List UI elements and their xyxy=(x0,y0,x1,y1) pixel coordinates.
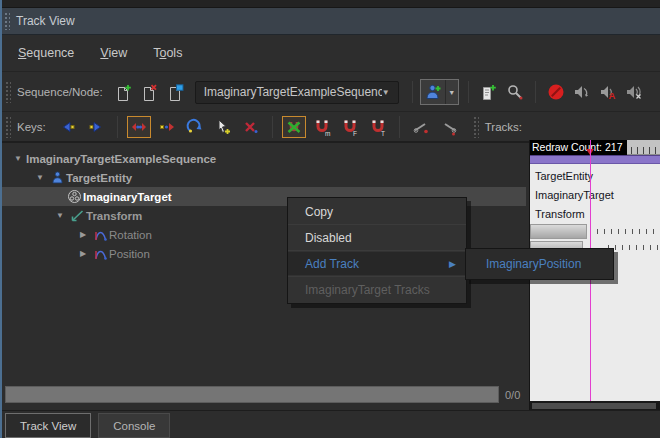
tree-node-label: ImaginaryTargetExampleSequence xyxy=(26,153,216,165)
move-keys-icon xyxy=(130,118,148,136)
titlebar[interactable]: Track View xyxy=(2,8,660,35)
add-entity-dropdown-arrow[interactable]: ▼ xyxy=(445,80,458,104)
tick-snapping-button[interactable]: T xyxy=(366,116,390,138)
add-selected-entity-cell[interactable] xyxy=(421,80,445,104)
dopesheet-row-transform[interactable]: Transform xyxy=(530,205,660,224)
dopesheet-row-target-entity[interactable]: TargetEntity xyxy=(530,167,660,186)
dopesheet-row-imaginary-target[interactable]: ImaginaryTarget xyxy=(530,186,660,205)
expander-icon[interactable]: ▼ xyxy=(32,173,48,182)
find-icon xyxy=(506,83,524,101)
menu-view[interactable]: View xyxy=(100,46,127,60)
context-menu-item-copy[interactable]: Copy xyxy=(288,200,466,223)
track-lane-bar[interactable] xyxy=(530,224,587,239)
toolbar-separator xyxy=(468,81,469,103)
add-keys-icon xyxy=(214,118,232,136)
edit-sequence-button[interactable] xyxy=(163,79,189,105)
transform-icon xyxy=(68,208,86,223)
slide-keys-button[interactable] xyxy=(155,116,179,138)
time-ruler[interactable]: Redraw Count: 217 xyxy=(530,140,660,155)
expander-icon[interactable]: ▶ xyxy=(75,249,91,258)
frame-snapping-icon: F xyxy=(341,118,359,136)
add-keys-button[interactable] xyxy=(211,116,235,138)
combo-arrow-icon: ▼ xyxy=(382,88,390,97)
dopesheet-scroll-thumb[interactable] xyxy=(532,403,656,409)
new-sequence-button[interactable] xyxy=(111,79,137,105)
delete-keys-button[interactable] xyxy=(239,116,263,138)
audio-icon xyxy=(573,83,591,101)
next-key-button[interactable] xyxy=(84,116,108,138)
mute-all-audio-icon xyxy=(625,83,643,101)
toolbar-grip-icon[interactable] xyxy=(5,81,11,103)
tree-node-label: ImaginaryTarget xyxy=(83,191,172,203)
add-director-icon xyxy=(480,84,497,101)
audio-button[interactable] xyxy=(569,79,595,105)
bottom-tab-bar: Track View Console xyxy=(2,410,660,438)
slide-keys-icon xyxy=(158,118,176,136)
svg-text:T: T xyxy=(381,130,385,137)
svg-text:F: F xyxy=(353,130,357,137)
sequence-toolbar: Sequence/Node: ImaginaryTargetExampleSeq… xyxy=(2,73,660,112)
record-button[interactable] xyxy=(543,79,569,105)
tree-node-sequence[interactable]: ▼ ImaginaryTargetExampleSequence xyxy=(2,149,526,168)
ruler-ticks xyxy=(625,147,660,154)
scale-keys-icon xyxy=(186,118,204,136)
svg-text:A: A xyxy=(608,90,615,101)
add-director-node-button[interactable] xyxy=(476,79,502,105)
tree-node-target-entity[interactable]: ▼ TargetEntity xyxy=(2,168,526,187)
component-icon xyxy=(65,189,83,204)
submenu-item-imaginary-position[interactable]: ImaginaryPosition xyxy=(466,253,613,276)
titlebar-grip-icon[interactable] xyxy=(4,12,10,30)
menu-separator xyxy=(288,250,466,251)
tab-track-view[interactable]: Track View xyxy=(5,413,91,438)
tangent-in-button[interactable] xyxy=(409,116,433,138)
context-menu-item-add-track[interactable]: Add Track ▶ xyxy=(288,252,466,275)
move-keys-button[interactable] xyxy=(127,116,151,138)
tangent-out-icon xyxy=(440,118,458,136)
menubar: Sequence View Tools xyxy=(2,35,660,72)
no-snapping-button[interactable] xyxy=(282,116,306,138)
tangent-out-button[interactable] xyxy=(437,116,461,138)
tab-console[interactable]: Console xyxy=(98,413,170,438)
sequence-select[interactable]: ImaginaryTargetExampleSequence ▼ xyxy=(195,81,399,104)
mute-audio-button[interactable]: A xyxy=(595,79,621,105)
track-lane-ticks xyxy=(597,229,659,234)
tick-snapping-icon: T xyxy=(369,118,387,136)
context-menu-item-imaginarytarget-tracks: ImaginaryTarget Tracks xyxy=(288,278,466,301)
track-view-window: Track View Sequence View Tools Sequence/… xyxy=(0,0,660,438)
entity-icon xyxy=(48,170,66,185)
delete-sequence-button[interactable] xyxy=(137,79,163,105)
expander-icon[interactable]: ▼ xyxy=(52,211,68,220)
sequence-range-bar[interactable] xyxy=(530,155,660,164)
tree-horizontal-scrollbar[interactable] xyxy=(5,386,499,403)
toolbar-grip-icon[interactable] xyxy=(5,116,11,138)
frame-snapping-button[interactable]: F xyxy=(338,116,362,138)
curve-icon xyxy=(91,246,109,261)
expander-icon[interactable]: ▶ xyxy=(75,230,91,239)
keys-toolbar: Keys: m F xyxy=(2,113,660,142)
tree-node-label: TargetEntity xyxy=(66,172,132,184)
toolbar-separator xyxy=(399,116,400,138)
delete-sequence-icon xyxy=(141,84,158,101)
find-button[interactable] xyxy=(502,79,528,105)
previous-key-button[interactable] xyxy=(56,116,80,138)
expander-icon[interactable]: ▼ xyxy=(10,154,26,163)
menu-tools[interactable]: Tools xyxy=(153,46,182,60)
toolbar-separator xyxy=(272,116,273,138)
delete-keys-icon xyxy=(242,118,260,136)
add-track-submenu: ImaginaryPosition xyxy=(465,248,614,280)
context-menu-item-disabled[interactable]: Disabled xyxy=(288,226,466,249)
toolbar-grip-icon[interactable] xyxy=(473,116,479,138)
magnet-snapping-button[interactable]: m xyxy=(310,116,334,138)
context-menu: Copy Disabled Add Track ▶ ImaginaryTarge… xyxy=(287,197,467,304)
menu-sequence[interactable]: Sequence xyxy=(18,46,74,60)
scale-keys-button[interactable] xyxy=(183,116,207,138)
key-counter: 0/0 xyxy=(505,389,520,401)
tree-node-label: Transform xyxy=(86,210,142,222)
dopesheet-rows: TargetEntity ImaginaryTarget Transform xyxy=(530,167,660,224)
mute-all-audio-button[interactable] xyxy=(621,79,647,105)
submenu-arrow-icon: ▶ xyxy=(449,259,456,269)
previous-key-icon xyxy=(59,118,77,136)
add-selected-entity-button[interactable]: ▼ xyxy=(420,79,459,105)
window-title: Track View xyxy=(16,14,75,28)
toolbar-separator xyxy=(117,116,118,138)
